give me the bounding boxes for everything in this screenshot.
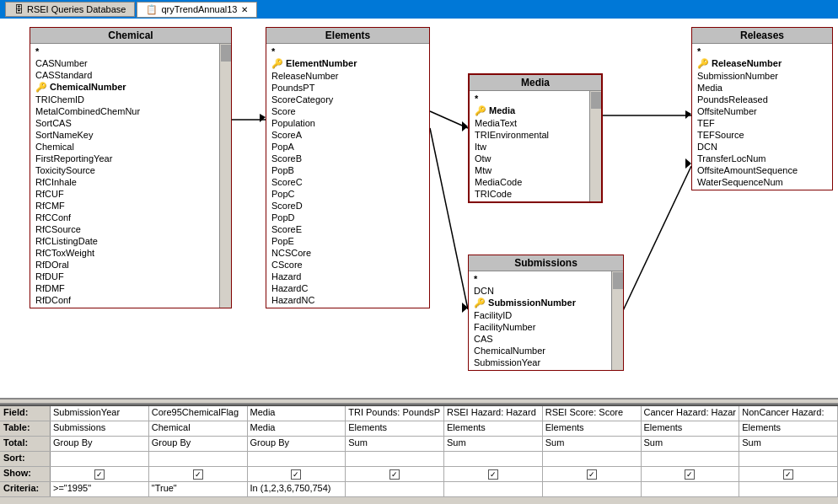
- list-item: HazardNC: [266, 294, 429, 306]
- table-cell-6[interactable]: Elements: [543, 421, 642, 436]
- list-item: PoundsPT: [266, 82, 429, 94]
- sort-cell-4[interactable]: [346, 452, 444, 466]
- list-item: ScoreE: [266, 223, 429, 235]
- criteria-cell-2[interactable]: "True": [149, 482, 248, 496]
- checkbox-3[interactable]: [291, 469, 301, 480]
- close-tab-icon[interactable]: ✕: [241, 5, 248, 14]
- field-cell-8[interactable]: NonCancer Hazard:: [739, 406, 838, 421]
- sort-cell-2[interactable]: [149, 452, 248, 466]
- tab-database[interactable]: 🗄 RSEI Queries Database: [5, 2, 135, 17]
- field-cell-5[interactable]: RSEI Hazard: Hazard: [444, 406, 543, 421]
- list-item: HazardC: [266, 282, 429, 294]
- list-item: WaterSequenceNum: [692, 176, 832, 188]
- list-item: Hazard: [266, 271, 429, 282]
- sort-cell-1[interactable]: [51, 452, 149, 466]
- show-cell-6[interactable]: [543, 467, 642, 481]
- list-item: 🔑 SubmissionNumber: [469, 297, 623, 309]
- sort-cell-8[interactable]: [739, 452, 838, 466]
- list-item: SubmissionNumber: [692, 70, 832, 82]
- total-cell-3[interactable]: Group By: [248, 437, 346, 451]
- criteria-label: Criteria:: [0, 482, 51, 496]
- svg-line-4: [620, 166, 691, 318]
- criteria-cell-4[interactable]: [346, 482, 444, 496]
- show-cell-4[interactable]: [346, 467, 444, 481]
- table-cell-1[interactable]: Submissions: [51, 421, 149, 436]
- show-cell-3[interactable]: [248, 467, 346, 481]
- checkbox-6[interactable]: [587, 469, 597, 480]
- field-cell-6[interactable]: RSEI Score: Score: [543, 406, 642, 421]
- sort-cell-3[interactable]: [248, 452, 346, 466]
- query-grid: Field: SubmissionYear Core95ChemicalFlag…: [0, 405, 838, 504]
- show-row: Show:: [0, 467, 838, 482]
- list-item: TEF: [692, 117, 832, 129]
- total-cell-8[interactable]: Sum: [739, 437, 838, 451]
- criteria-cell-6[interactable]: [543, 482, 642, 496]
- sort-cell-7[interactable]: [642, 452, 740, 466]
- list-item: RfCToxWeight: [30, 247, 231, 259]
- field-cell-3[interactable]: Media: [248, 406, 346, 421]
- field-cell-2[interactable]: Core95ChemicalFlag: [149, 406, 248, 421]
- list-item: RfCSource: [30, 223, 231, 235]
- field-cell-1[interactable]: SubmissionYear: [51, 406, 149, 421]
- criteria-cell-7[interactable]: [642, 482, 740, 496]
- list-item: *: [470, 93, 601, 105]
- show-cell-5[interactable]: [444, 467, 543, 481]
- table-cell-8[interactable]: Elements: [739, 421, 838, 436]
- total-cell-7[interactable]: Sum: [642, 437, 740, 451]
- criteria-cell-1[interactable]: >="1995": [51, 482, 149, 496]
- svg-marker-7: [462, 303, 468, 313]
- sort-cell-6[interactable]: [543, 452, 642, 466]
- list-item: TRICode: [470, 188, 601, 200]
- total-cell-5[interactable]: Sum: [444, 437, 543, 451]
- sort-cell-5[interactable]: [444, 452, 543, 466]
- list-item: FirstReportingYear: [30, 153, 231, 164]
- list-item: PopD: [266, 212, 429, 223]
- checkbox-1[interactable]: [94, 469, 105, 480]
- total-cell-2[interactable]: Group By: [149, 437, 248, 451]
- media-table-header: Media: [470, 75, 601, 91]
- list-item: Score: [266, 105, 429, 117]
- criteria-row: Criteria: >="1995" "True" In (1,2,3,6,75…: [0, 482, 838, 497]
- horizontal-splitter[interactable]: [0, 398, 838, 403]
- total-cell-6[interactable]: Sum: [543, 437, 642, 451]
- criteria-cell-5[interactable]: [444, 482, 543, 496]
- checkbox-2[interactable]: [193, 469, 203, 480]
- list-item: ScoreCategory: [266, 94, 429, 105]
- list-item: 🔑 Media: [470, 105, 601, 117]
- list-item: RfCUF: [30, 188, 231, 200]
- field-cell-4[interactable]: TRI Pounds: PoundsP: [346, 406, 444, 421]
- show-cell-2[interactable]: [149, 467, 248, 481]
- show-cell-7[interactable]: [642, 467, 740, 481]
- total-cell-4[interactable]: Sum: [346, 437, 444, 451]
- media-table: Media * 🔑 Media MediaText TRIEnvironment…: [468, 73, 603, 203]
- media-table-body: * 🔑 Media MediaText TRIEnvironmental Itw…: [470, 91, 601, 201]
- svg-marker-9: [685, 158, 691, 169]
- table-cell-3[interactable]: Media: [248, 421, 346, 436]
- total-cell-1[interactable]: Group By: [51, 437, 149, 451]
- show-label: Show:: [0, 467, 51, 481]
- field-cell-7[interactable]: Cancer Hazard: Hazar: [642, 406, 740, 421]
- checkbox-7[interactable]: [685, 469, 695, 480]
- elements-table-body: * 🔑 ElementNumber ReleaseNumber PoundsPT…: [266, 44, 429, 308]
- show-cell-1[interactable]: [51, 467, 149, 481]
- checkbox-8[interactable]: [783, 469, 793, 480]
- table-cell-2[interactable]: Chemical: [149, 421, 248, 436]
- title-bar: 🗄 RSEI Queries Database 📋 qryTrendAnnual…: [0, 0, 838, 19]
- table-cell-4[interactable]: Elements: [346, 421, 444, 436]
- sort-label: Sort:: [0, 452, 51, 466]
- list-item: Chemical: [30, 141, 231, 153]
- checkbox-4[interactable]: [389, 469, 400, 480]
- list-item: RfCListingDate: [30, 235, 231, 247]
- database-icon: 🗄: [14, 4, 24, 14]
- table-cell-5[interactable]: Elements: [444, 421, 543, 436]
- show-cell-8[interactable]: [739, 467, 838, 481]
- tab-query[interactable]: 📋 qryTrendAnnual13 ✕: [137, 2, 256, 18]
- list-item: MediaCode: [470, 176, 601, 188]
- table-cell-7[interactable]: Elements: [642, 421, 740, 436]
- list-item: DCN: [469, 285, 623, 297]
- checkbox-5[interactable]: [488, 469, 498, 480]
- list-item: RfCConf: [30, 212, 231, 223]
- list-item: RfCMF: [30, 200, 231, 212]
- criteria-cell-8[interactable]: [739, 482, 838, 496]
- criteria-cell-3[interactable]: In (1,2,3,6,750,754): [248, 482, 346, 496]
